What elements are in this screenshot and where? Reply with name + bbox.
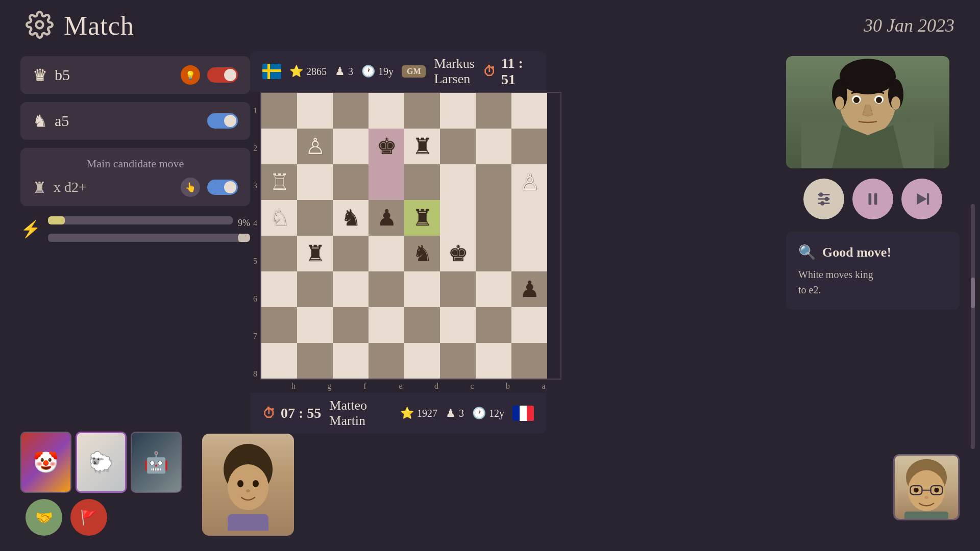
cell-a5[interactable] [511,236,547,271]
cell-d3[interactable] [404,164,440,200]
top-player-name: Markus Larsen [434,56,474,87]
flag-button[interactable]: 🚩 [70,499,107,536]
cell-h2[interactable] [261,129,297,164]
cell-c7[interactable] [440,307,476,343]
cell-f6[interactable] [333,271,369,307]
svg-point-35 [914,488,919,493]
cell-h7[interactable] [261,307,297,343]
svg-point-23 [820,193,823,196]
cell-g2[interactable]: ♙ [297,129,333,164]
cell-c8[interactable] [440,343,476,379]
cell-b4[interactable] [476,200,511,236]
cell-h5[interactable] [261,236,297,271]
svg-marker-28 [917,193,927,205]
cell-h8[interactable] [261,343,297,379]
cell-d8[interactable] [404,343,440,379]
cell-b2[interactable] [476,129,511,164]
cell-c3[interactable] [440,164,476,200]
handshake-button[interactable]: 🤝 [26,499,62,536]
cell-g6[interactable] [297,271,333,307]
action-buttons: 🤝 🚩 [20,499,182,536]
cell-c6[interactable] [440,271,476,307]
cell-f3[interactable] [333,164,369,200]
board-area: ⭐ 2865 ♟ 3 🕐 19y GM Markus Larsen ⏱ 11 :… [250,51,546,551]
hand-icon[interactable]: 👆 [181,178,200,197]
cell-f2[interactable] [333,129,369,164]
top-age: 🕐 19y [361,65,394,78]
gm-badge: GM [402,65,426,78]
hint-button-1[interactable]: 💡 [181,65,200,85]
svg-point-16 [853,97,860,103]
cell-d2[interactable]: ♜ [404,129,440,164]
cell-f4[interactable]: ♞ [333,200,369,236]
cell-f8[interactable] [333,343,369,379]
cell-c1[interactable] [440,93,476,129]
svg-point-0 [36,21,43,28]
settings-ctrl-button[interactable] [803,179,844,219]
cell-e7[interactable] [369,307,404,343]
cell-c4[interactable] [440,200,476,236]
cell-d4[interactable]: ♜ [404,200,440,236]
cell-g4[interactable] [297,200,333,236]
cell-f7[interactable] [333,307,369,343]
gear-icon[interactable] [26,11,54,41]
cell-g1[interactable] [297,93,333,129]
cell-e6[interactable] [369,271,404,307]
cell-e1[interactable] [369,93,404,129]
cell-g8[interactable] [297,343,333,379]
move-a5: a5 [55,112,200,130]
cell-h4[interactable]: ♘ [261,200,297,236]
cell-b7[interactable] [476,307,511,343]
cell-a4[interactable] [511,200,547,236]
avatar-card-3[interactable]: 🤖 [131,432,182,493]
toggle-1[interactable] [207,67,238,83]
top-rating: ⭐ 2865 [289,65,327,78]
cell-b1[interactable] [476,93,511,129]
cell-e8[interactable] [369,343,404,379]
cell-a1[interactable] [511,93,547,129]
svg-point-25 [821,202,824,205]
cell-g3[interactable] [297,164,333,200]
cell-g7[interactable] [297,307,333,343]
progress-container: 9% [48,216,250,242]
cell-e4[interactable]: ♟ [369,200,404,236]
cell-a6[interactable]: ♟ [511,271,547,307]
svg-point-37 [924,496,928,499]
cell-a7[interactable] [511,307,547,343]
cell-f1[interactable] [333,93,369,129]
cell-a2[interactable] [511,129,547,164]
cell-h6[interactable] [261,271,297,307]
cell-a3[interactable]: ♙ [511,164,547,200]
cell-b3[interactable] [476,164,511,200]
cell-d6[interactable] [404,271,440,307]
cell-c5[interactable]: ♚ [440,236,476,271]
cell-d7[interactable] [404,307,440,343]
cell-d5[interactable]: ♞ [404,236,440,271]
cell-b8[interactable] [476,343,511,379]
cell-b5[interactable] [476,236,511,271]
cell-e5[interactable] [369,236,404,271]
top-player-bar: ⭐ 2865 ♟ 3 🕐 19y GM Markus Larsen ⏱ 11 :… [250,51,546,92]
skip-button[interactable] [901,179,942,219]
svg-point-24 [825,197,828,201]
cell-b6[interactable] [476,271,511,307]
avatar-cards-group: 🤡 🐑 🤖 🤝 🚩 [20,432,182,536]
scrollbar-thumb[interactable] [971,278,975,308]
cell-c2[interactable] [440,129,476,164]
candidate-toggle[interactable] [207,180,238,195]
cell-a8[interactable] [511,343,547,379]
bottom-player-name: Matteo Martin [329,398,392,429]
toggle-2[interactable] [207,113,238,129]
avatar-card-1[interactable]: 🤡 [20,432,71,493]
cell-e3[interactable] [369,164,404,200]
cell-f5[interactable] [333,236,369,271]
cell-h3[interactable]: ♖ [261,164,297,200]
cell-g5[interactable]: ♜ [297,236,333,271]
analysis-panel: 🔍 Good move! White moves kingto e2. [786,232,960,310]
cell-e2[interactable]: ♚ [369,129,404,164]
pause-button[interactable] [852,179,893,219]
cell-d1[interactable] [404,93,440,129]
cell-h1[interactable] [261,93,297,129]
candidate-label: Main candidate move [33,157,238,170]
avatar-card-2[interactable]: 🐑 [76,432,127,493]
